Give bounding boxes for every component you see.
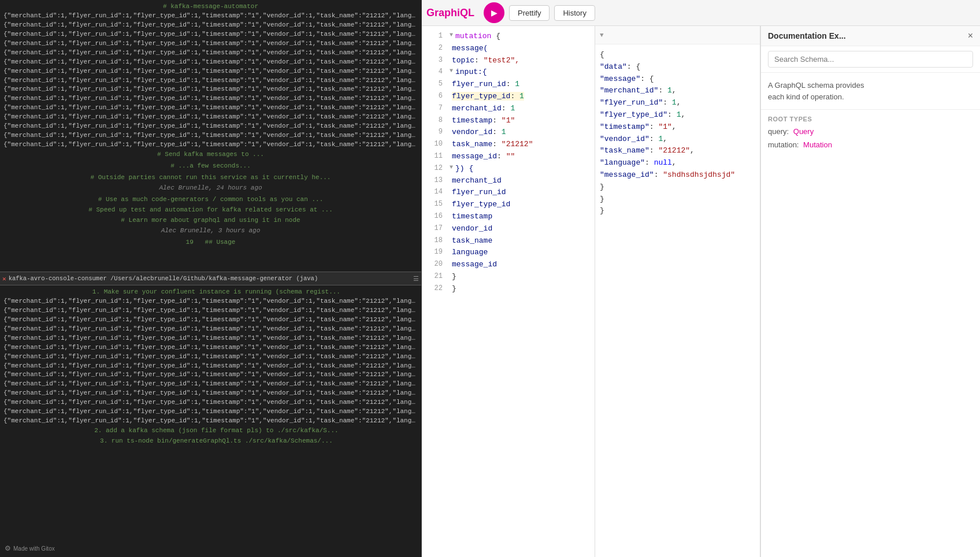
response-line-content: "message_id": "shdhsdhsjdhsjd" (600, 169, 735, 181)
response-top-bar: ▼ (595, 26, 760, 44)
line-number: 22 (426, 283, 443, 295)
query-line: 17 vendor_id (422, 223, 595, 235)
terminal-line: {"merchant_id":1,"flyer_run_id":1,"flyer… (3, 131, 418, 140)
terminal-bottom-lines-container: {"merchant_id":1,"flyer_run_id":1,"flyer… (3, 297, 418, 426)
tab-close-icon[interactable]: ✕ (2, 275, 6, 283)
line-number: 2 (426, 43, 443, 55)
terminal-line: {"merchant_id":1,"flyer_run_id":1,"flyer… (3, 306, 418, 315)
line-content: vendor_id: 1 (452, 127, 506, 139)
response-panel: ▼ { "data": { "message": { "merchant_id"… (595, 26, 760, 557)
response-lines-container: { "data": { "message": { "merchant_id": … (595, 49, 760, 217)
docs-search-container (761, 46, 980, 73)
terminal-line: {"merchant_id":1,"flyer_run_id":1,"flyer… (3, 389, 418, 398)
response-line: "language": null, (595, 157, 760, 169)
terminal-line: # kafka-message-automator (3, 2, 418, 12)
query-code-area[interactable]: 1▼mutation {2 message(3 topic: "test2",4… (422, 26, 595, 557)
terminal-line: {"merchant_id":1,"flyer_run_id":1,"flyer… (3, 407, 418, 417)
line-number: 7 (426, 103, 443, 115)
docs-mutation-type: mutation: Mutation (761, 138, 980, 151)
comment-line: # Learn more about graphql and using it … (3, 216, 418, 226)
graphiql-content: 1▼mutation {2 message(3 topic: "test2",4… (422, 26, 980, 557)
query-line: 13 merchant_id (422, 175, 595, 187)
terminal-line: {"merchant_id":1,"flyer_run_id":1,"flyer… (3, 113, 418, 122)
docs-header: Documentation Ex... × (761, 26, 980, 46)
response-line-content: } (600, 181, 604, 194)
line-content: task_name: "21212" (452, 139, 533, 151)
terminal-line: {"merchant_id":1,"flyer_run_id":1,"flyer… (3, 122, 418, 131)
response-line: "timestamp": "1", (595, 121, 760, 133)
response-line: } (595, 205, 760, 217)
line-content: mutation { (455, 31, 500, 43)
terminal-line: {"merchant_id":1,"flyer_run_id":1,"flyer… (3, 49, 418, 58)
terminal-line: {"merchant_id":1,"flyer_run_id":1,"flyer… (3, 398, 418, 407)
query-line: 18 task_name (422, 235, 595, 247)
docs-query-type: query: Query (761, 125, 980, 138)
run-button[interactable]: ▶ (484, 2, 504, 23)
fold-arrow[interactable]: ▼ (450, 31, 453, 43)
query-line: 22 } (422, 283, 595, 295)
response-line: "data": { (595, 61, 760, 73)
line-content: } (452, 283, 456, 295)
response-line: } (595, 181, 760, 194)
line-content: flyer_type_id: 1 (452, 91, 524, 103)
response-line: "message": { (595, 73, 760, 86)
fold-icon: ▼ (600, 32, 604, 39)
docs-query-link[interactable]: Query (793, 127, 814, 136)
play-icon: ▶ (491, 8, 498, 17)
docs-title: Documentation Ex... (768, 31, 846, 40)
response-area: { "data": { "message": { "merchant_id": … (595, 44, 760, 557)
docs-root-types-heading: ROOT TYPES (761, 110, 980, 125)
comment-line: # Outside parties cannot run this servic… (3, 173, 418, 183)
terminal-line: {"merchant_id":1,"flyer_run_id":1,"flyer… (3, 94, 418, 103)
line-number: 1 (426, 31, 443, 43)
response-line: } (595, 194, 760, 206)
terminal-line: {"merchant_id":1,"flyer_run_id":1,"flyer… (3, 297, 418, 306)
terminal-line: {"merchant_id":1,"flyer_run_id":1,"flyer… (3, 85, 418, 94)
fold-arrow[interactable]: ▼ (450, 163, 453, 175)
terminal-panel: # kafka-message-automator {"merchant_id"… (0, 0, 422, 557)
docs-mutation-link[interactable]: Mutation (803, 140, 832, 149)
response-line: "flyer_run_id": 1, (595, 97, 760, 109)
response-line-content: "data": { (600, 61, 640, 73)
terminal-line: {"merchant_id":1,"flyer_run_id":1,"flyer… (3, 39, 418, 49)
line-number: 4 (426, 66, 443, 79)
add-kafka-comment: 2. add a kafka schema (json file format … (3, 426, 418, 436)
query-line: 15 flyer_type_id (422, 199, 595, 211)
graphiql-toolbar: GraphiQL ▶ Prettify History (422, 0, 980, 26)
docs-search-input[interactable] (768, 51, 973, 68)
docs-close-button[interactable]: × (968, 31, 973, 41)
terminal-line: {"merchant_id":1,"flyer_run_id":1,"flyer… (3, 58, 418, 67)
line-content: message( (452, 43, 488, 55)
query-line: 9 vendor_id: 1 (422, 127, 595, 139)
terminal-top-lines-container: {"merchant_id":1,"flyer_run_id":1,"flyer… (3, 12, 418, 150)
line-content: timestamp: "1" (452, 115, 515, 127)
query-line: 1▼mutation { (422, 31, 595, 43)
line-content: topic: "test2", (452, 55, 519, 67)
line-number: 19 (426, 247, 443, 259)
line-content: message_id (452, 259, 497, 271)
line-number: 18 (426, 235, 443, 247)
response-line: { (595, 49, 760, 61)
terminal-menu-icon[interactable]: ☰ (413, 275, 419, 283)
terminal-line: {"merchant_id":1,"flyer_run_id":1,"flyer… (3, 12, 418, 21)
line-number: 3 (426, 55, 443, 67)
response-line: "merchant_id": 1, (595, 85, 760, 97)
line-number: 8 (426, 115, 443, 127)
line-content: input:{ (455, 66, 487, 79)
line-number: 20 (426, 259, 443, 271)
terminal-line: {"merchant_id":1,"flyer_run_id":1,"flyer… (3, 343, 418, 352)
line-content: vendor_id (452, 223, 492, 235)
line-number: 13 (426, 175, 443, 187)
terminal-line: {"merchant_id":1,"flyer_run_id":1,"flyer… (3, 140, 418, 150)
line-number: 14 (426, 187, 443, 199)
query-line: 12▼ }) { (422, 163, 595, 175)
comment-line: # ...a few seconds... (3, 161, 418, 172)
terminal-line: {"merchant_id":1,"flyer_run_id":1,"flyer… (3, 334, 418, 343)
comment-line: Alec Brunelle, 3 hours ago (3, 226, 418, 236)
terminal-line: {"merchant_id":1,"flyer_run_id":1,"flyer… (3, 325, 418, 334)
response-line-content: } (600, 194, 604, 206)
prettify-button[interactable]: Prettify (509, 5, 550, 21)
fold-arrow[interactable]: ▼ (450, 66, 453, 79)
history-button[interactable]: History (554, 5, 595, 21)
line-content: merchant_id (452, 175, 502, 187)
